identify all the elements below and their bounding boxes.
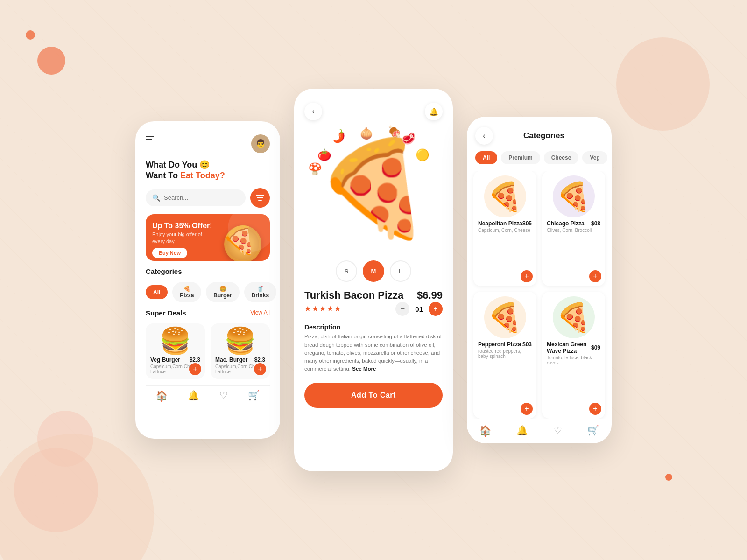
pizza-card-mexican-row: Mexican Green Wave Pizza $09 bbox=[547, 341, 600, 354]
category-all[interactable]: All bbox=[146, 285, 168, 299]
filter-button[interactable] bbox=[250, 188, 270, 208]
phone2-header: ‹ 🔔 bbox=[294, 89, 453, 120]
size-s-button[interactable]: S bbox=[336, 260, 357, 282]
nav-notifications[interactable]: 🔔 bbox=[188, 390, 199, 401]
product-info: Turkish Bacon Pizza $6.99 ★ ★ ★ ★ ★ − 01… bbox=[294, 282, 453, 323]
chicago-price: $08 bbox=[591, 220, 600, 227]
notification-button[interactable]: 🔔 bbox=[425, 103, 443, 120]
description-section: Description Pizza, dish of Italian origi… bbox=[294, 323, 453, 373]
nav-favorites[interactable]: ♡ bbox=[219, 390, 228, 401]
cart-icon: 🛒 bbox=[248, 390, 260, 401]
pizza-card-neapolitan: 🍕 Neapolitan Pizza $05 Capsicum, Corn, C… bbox=[473, 171, 536, 286]
nav3-favorites[interactable]: ♡ bbox=[554, 425, 562, 436]
deal-name-1: Veg Burger bbox=[150, 357, 180, 363]
add-deal-2-button[interactable]: + bbox=[254, 363, 266, 375]
ingredient-5: 🍅 bbox=[317, 148, 331, 161]
pizza-card-chicago-row: Chicago Pizza $08 bbox=[547, 220, 600, 227]
star-4: ★ bbox=[327, 304, 333, 313]
size-m-button[interactable]: M bbox=[363, 260, 384, 282]
ingredient-3: 🍖 bbox=[388, 125, 402, 138]
size-selector: S M L bbox=[304, 260, 443, 282]
greeting-line1: What Do You 😊 bbox=[146, 160, 210, 169]
categories-row: All 🍕 Pizza 🍔 Burger 🥤 Drinks bbox=[146, 282, 270, 302]
search-row: 🔍 bbox=[146, 188, 270, 208]
add-pepperoni-button[interactable]: + bbox=[521, 403, 533, 415]
quantity-increase-button[interactable]: + bbox=[429, 302, 443, 316]
neapolitan-name: Neapolitan Pizza bbox=[478, 220, 522, 227]
chicago-pizza-image: 🍕 bbox=[553, 175, 595, 217]
offer-subtitle2: every day bbox=[152, 238, 263, 244]
back-button[interactable]: ‹ bbox=[304, 103, 322, 120]
add-to-cart-button[interactable]: Add To Cart bbox=[304, 383, 443, 408]
phones-container: 👨 What Do You 😊 Want To Eat Today? 🔍 bbox=[135, 89, 612, 471]
star-3: ★ bbox=[319, 304, 326, 313]
bottom-nav-1: 🏠 🔔 ♡ 🛒 bbox=[146, 385, 270, 401]
nav3-cart[interactable]: 🛒 bbox=[587, 425, 599, 436]
more-options-icon[interactable]: ⋮ bbox=[595, 131, 603, 141]
pizza-hero-section: 🌶️ 🧅 🍖 🥩 🍅 🟡 🍄 🍕 bbox=[294, 120, 453, 260]
today-word: Today? bbox=[193, 171, 225, 180]
deal-card-mac-burger: 🍔 Mac. Burger $2.3 Capsicum,Corn,Cheese … bbox=[211, 323, 270, 379]
menu-icon[interactable] bbox=[146, 136, 154, 140]
offer-title: Up To 35% Offer! bbox=[152, 222, 263, 230]
ingredient-2: 🧅 bbox=[359, 127, 374, 140]
greeting-line2: Want To bbox=[146, 171, 180, 180]
phone-categories-screen: ‹ Categories ⋮ All Premium Cheese Veg 🍕 … bbox=[467, 117, 612, 443]
pepperoni-price: $03 bbox=[522, 341, 532, 348]
heart-icon-3: ♡ bbox=[554, 425, 562, 436]
mexican-name: Mexican Green Wave Pizza bbox=[547, 341, 591, 354]
chicago-desc: Olives, Corn, Broccoli bbox=[547, 228, 600, 233]
search-input[interactable] bbox=[164, 194, 239, 201]
pizza-card-pepperoni: 🍕 Pepperoni Pizza $03 roasted red pepper… bbox=[473, 292, 536, 419]
pepperoni-name: Pepperoni Pizza bbox=[478, 341, 521, 348]
see-more-link[interactable]: See More bbox=[352, 366, 376, 371]
nav3-notifications[interactable]: 🔔 bbox=[516, 425, 528, 436]
avatar[interactable]: 👨 bbox=[251, 134, 270, 153]
home-icon-3: 🏠 bbox=[479, 425, 491, 436]
nav-cart[interactable]: 🛒 bbox=[248, 390, 260, 401]
description-text: Pizza, dish of Italian origin consisting… bbox=[304, 333, 443, 373]
mexican-price: $09 bbox=[591, 344, 600, 351]
deal-card-veg-burger: 🍔 Veg Burger $2.3 Capsicum,Corn,Cheese L… bbox=[146, 323, 205, 379]
buy-now-button[interactable]: Buy Now bbox=[152, 248, 187, 258]
home-icon: 🏠 bbox=[156, 390, 168, 401]
chicago-name: Chicago Pizza bbox=[547, 220, 585, 227]
category-drinks[interactable]: 🥤 Drinks bbox=[244, 282, 276, 302]
veg-burger-icon: 🍔 bbox=[150, 328, 200, 354]
filter-premium[interactable]: Premium bbox=[501, 151, 540, 164]
pepperoni-desc: roasted red peppers, baby spinach bbox=[478, 349, 532, 359]
filter-tabs: All Premium Cheese Veg bbox=[467, 151, 612, 171]
mexican-desc: Tomato, lettuce, black olives bbox=[547, 355, 600, 365]
nav3-home[interactable]: 🏠 bbox=[479, 425, 491, 436]
deal-price-1: $2.3 bbox=[190, 357, 200, 363]
filter-icon bbox=[256, 195, 264, 201]
categories-back-button[interactable]: ‹ bbox=[475, 127, 493, 145]
add-neapolitan-button[interactable]: + bbox=[521, 270, 533, 282]
pizza-decoration bbox=[224, 225, 261, 261]
size-l-button[interactable]: L bbox=[390, 260, 411, 282]
search-icon: 🔍 bbox=[152, 194, 160, 202]
pizza-card-pepperoni-row: Pepperoni Pizza $03 bbox=[478, 341, 532, 348]
bottom-nav-3: 🏠 🔔 ♡ 🛒 bbox=[467, 419, 612, 443]
category-burger[interactable]: 🍔 Burger bbox=[206, 282, 239, 302]
filter-veg[interactable]: Veg bbox=[582, 151, 607, 164]
filter-all[interactable]: All bbox=[475, 151, 497, 164]
description-title: Description bbox=[304, 323, 443, 331]
phone-home-screen: 👨 What Do You 😊 Want To Eat Today? 🔍 bbox=[135, 121, 280, 439]
view-all-link[interactable]: View All bbox=[250, 309, 270, 316]
filter-cheese[interactable]: Cheese bbox=[544, 151, 579, 164]
category-pizza[interactable]: 🍕 Pizza bbox=[172, 282, 201, 302]
star-1: ★ bbox=[304, 304, 311, 313]
categories-page-title: Categories bbox=[523, 131, 564, 140]
deals-row: 🍔 Veg Burger $2.3 Capsicum,Corn,Cheese L… bbox=[146, 323, 270, 379]
add-deal-1-button[interactable]: + bbox=[189, 363, 201, 375]
bell-icon: 🔔 bbox=[188, 390, 199, 401]
greeting: What Do You 😊 Want To Eat Today? bbox=[146, 160, 270, 182]
add-mexican-button[interactable]: + bbox=[589, 403, 601, 415]
add-chicago-button[interactable]: + bbox=[589, 270, 601, 282]
offer-pizza-image bbox=[224, 225, 266, 261]
phone3-header: ‹ Categories ⋮ bbox=[467, 117, 612, 151]
quantity-decrease-button[interactable]: − bbox=[395, 302, 409, 316]
pizza-card-chicago: 🍕 Chicago Pizza $08 Olives, Corn, Brocco… bbox=[542, 171, 605, 286]
nav-home[interactable]: 🏠 bbox=[156, 390, 168, 401]
